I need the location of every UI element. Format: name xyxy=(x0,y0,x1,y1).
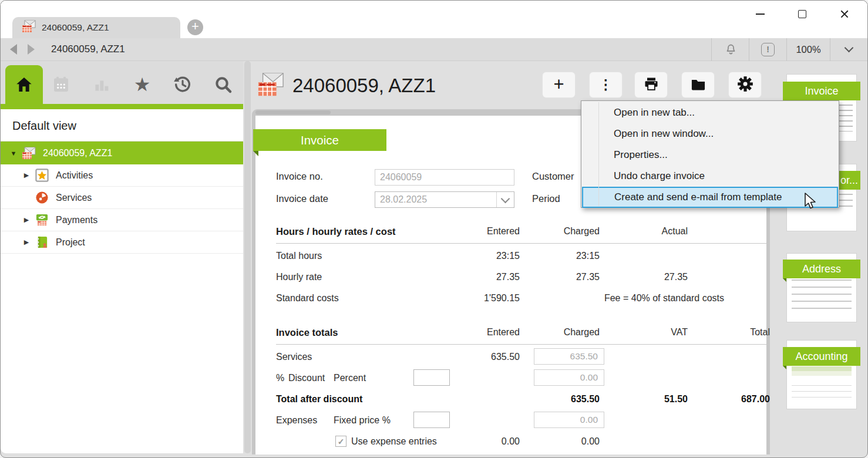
folder-button[interactable] xyxy=(681,72,715,98)
services-icon xyxy=(35,191,49,205)
title-bar: 24060059, AZZ1 + xyxy=(1,1,867,38)
column-header-total: Total xyxy=(688,327,770,338)
row-label: Expenses xyxy=(276,415,329,426)
home-icon xyxy=(15,75,33,94)
charged-value: 23:15 xyxy=(512,251,600,261)
discount-charged-field[interactable] xyxy=(534,369,604,386)
tab-reports[interactable] xyxy=(82,65,122,104)
tab-label: 24060059, AZZ1 xyxy=(42,22,109,33)
panel-divider-scrollbar[interactable] xyxy=(244,61,251,453)
charged-value: 635.50 xyxy=(512,394,600,405)
maximize-button[interactable] xyxy=(796,8,809,21)
print-button[interactable] xyxy=(634,72,668,98)
menu-expand-button[interactable] xyxy=(830,38,867,61)
document-tab[interactable]: 24060059, AZZ1 xyxy=(12,17,180,38)
column-header-entered: Entered xyxy=(438,327,520,338)
back-button[interactable] xyxy=(10,44,17,55)
row-label: Total hours xyxy=(276,251,429,261)
context-menu: Open in new tab... Open in new window...… xyxy=(581,100,839,208)
table-row-expenses: Expenses Fixed price % xyxy=(276,410,770,432)
totals-section: Invoice totals Entered Charged VAT Total… xyxy=(276,327,770,453)
tab-history[interactable] xyxy=(162,65,203,104)
expander-expanded-icon[interactable]: ▼ xyxy=(9,150,18,157)
printer-icon xyxy=(643,76,660,95)
table-row-use-expense-entries: ✓ Use expense entries 0.00 0.00 xyxy=(276,432,770,453)
entered-value: 23:15 xyxy=(432,251,520,261)
use-expense-entries-checkbox[interactable]: ✓ xyxy=(335,436,346,447)
period-label: Period xyxy=(532,193,560,204)
notifications-button[interactable] xyxy=(711,38,749,61)
expander-collapsed-icon[interactable]: ▶ xyxy=(22,216,31,224)
add-button[interactable]: + xyxy=(542,72,576,98)
alerts-button[interactable]: ! xyxy=(749,38,786,61)
invoice-section-banner: Invoice xyxy=(253,129,386,151)
tab-favorites[interactable]: ★ xyxy=(122,65,163,104)
tree-item-services[interactable]: Services xyxy=(1,187,243,209)
close-button[interactable] xyxy=(838,8,851,21)
settings-button[interactable] xyxy=(728,72,762,98)
plus-icon: + xyxy=(553,75,564,93)
menu-item-open-new-tab[interactable]: Open in new tab... xyxy=(581,102,839,123)
menu-gutter xyxy=(598,102,599,206)
menu-item-create-send-email[interactable]: Create and send e-mail from template xyxy=(582,187,838,208)
expander-collapsed-icon[interactable]: ▶ xyxy=(22,171,31,179)
new-tab-button[interactable]: + xyxy=(187,19,203,35)
row-label: Hourly rate xyxy=(276,272,429,282)
expenses-fixed-price-field[interactable] xyxy=(413,412,450,428)
discount-percent-field[interactable] xyxy=(413,369,450,386)
sidebar-tabs: ★ xyxy=(1,61,243,104)
breadcrumb: 24060059, AZZ1 xyxy=(51,43,125,55)
bar-chart-icon xyxy=(92,75,111,94)
tab-home[interactable] xyxy=(5,65,43,104)
thumbnail-preview xyxy=(792,366,852,382)
row-label: Total after discount xyxy=(276,394,429,405)
thumbnail-banner-invoice[interactable]: Invoice xyxy=(783,82,860,100)
invoice-date-value: 28.02.2025 xyxy=(375,192,496,207)
invoice-icon xyxy=(22,146,36,160)
invoice-icon xyxy=(257,71,285,100)
zoom-level[interactable]: 100% xyxy=(786,38,830,61)
entered-value: 635.50 xyxy=(432,352,520,362)
menu-item-undo-charge-invoice[interactable]: Undo charge invoice xyxy=(581,166,839,187)
more-actions-button[interactable]: ⋮ xyxy=(589,72,623,98)
table-row-discount: % Discount Percent xyxy=(276,368,770,389)
folder-icon xyxy=(690,76,706,95)
tree-item-label: Payments xyxy=(56,215,97,225)
tab-calendar[interactable] xyxy=(41,65,82,104)
tree-item-payments[interactable]: ▶ Payments xyxy=(1,209,243,231)
row-label: Standard costs xyxy=(276,293,429,304)
star-icon: ★ xyxy=(134,75,151,94)
table-row-total-after-discount: Total after discount 635.50 51.50 687.00 xyxy=(276,389,770,410)
date-dropdown-button[interactable] xyxy=(496,192,514,207)
invoice-no-field[interactable] xyxy=(375,169,514,186)
expander-collapsed-icon[interactable]: ▶ xyxy=(22,238,31,246)
invoice-date-field[interactable]: 28.02.2025 xyxy=(375,191,514,208)
view-title: Default view xyxy=(1,109,243,142)
services-charged-field[interactable] xyxy=(534,348,604,365)
tree-item-activities[interactable]: ▶ Activities xyxy=(1,164,243,187)
expenses-charged-field[interactable] xyxy=(534,412,604,428)
gear-icon xyxy=(737,76,753,95)
card-scrollbar[interactable] xyxy=(255,110,331,114)
row-sublabel: Percent xyxy=(334,373,404,383)
calendar-icon xyxy=(52,75,70,94)
vat-value: 51.50 xyxy=(600,394,688,405)
menu-item-open-new-window[interactable]: Open in new window... xyxy=(581,123,839,144)
forward-button[interactable] xyxy=(28,44,35,55)
minimize-button[interactable] xyxy=(753,8,766,21)
thumbnail-banner-address[interactable]: Address xyxy=(783,260,860,278)
tree-item-invoice[interactable]: ▼ 24060059, AZZ1 xyxy=(1,142,243,164)
total-value: 687.00 xyxy=(682,394,770,405)
banner-fold xyxy=(253,151,258,156)
customer-label: Customer xyxy=(532,171,574,182)
tab-search[interactable] xyxy=(203,65,243,104)
invoice-icon xyxy=(22,19,36,36)
search-icon xyxy=(214,75,233,94)
tree-item-project[interactable]: ▶ Project xyxy=(1,231,243,254)
menu-item-properties[interactable]: Properties... xyxy=(581,144,839,166)
tree-item-label: Services xyxy=(56,193,92,203)
thumbnail-preview xyxy=(792,279,852,310)
thumbnail-banner-accounting[interactable]: Accounting xyxy=(783,347,860,366)
column-header-charged: Charged xyxy=(517,327,600,338)
minimize-icon xyxy=(756,14,765,15)
